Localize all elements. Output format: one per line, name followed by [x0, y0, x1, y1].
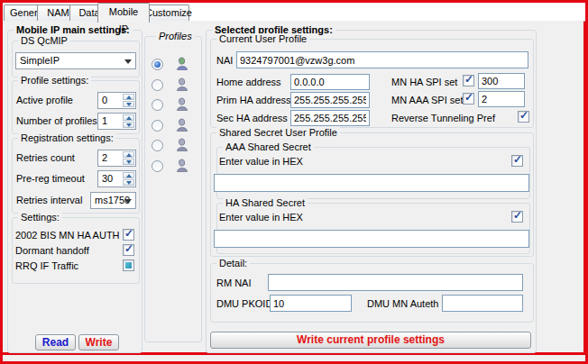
reverse-tunneling-checkbox[interactable]: ✓: [518, 111, 529, 123]
check-icon: ✓: [519, 109, 528, 122]
check-icon: ✓: [464, 73, 473, 86]
profiles-title: Profiles: [156, 31, 195, 42]
active-profile-stepper[interactable]: 0: [97, 92, 136, 109]
profile-radio-2[interactable]: [152, 99, 163, 111]
retries-count-stepper[interactable]: 2: [97, 150, 136, 167]
profile-radio-3[interactable]: [152, 120, 163, 132]
spin-up-icon[interactable]: [123, 114, 134, 121]
sec-ha-address-input[interactable]: [290, 110, 370, 126]
detail-group: Detail: RM NAI DMU PKOID DMU MN Auteth: [210, 263, 534, 323]
dormant-handoff-checkbox[interactable]: ✓: [123, 244, 134, 256]
aaa-shared-secret-group: AAA Shared Secret Enter value in HEX ✓: [216, 147, 530, 199]
rm-nai-input[interactable]: [268, 274, 523, 291]
spin-down-icon[interactable]: [123, 101, 134, 107]
shared-secret-group: Shared Secret User Profile AAA Shared Se…: [210, 132, 534, 257]
ds-qcmip-combobox[interactable]: SimpleIP: [15, 52, 136, 69]
retries-count-label: Retries count: [16, 152, 75, 164]
check-icon: ✓: [513, 153, 522, 166]
current-user-profile-group: Current User Profile NAI Home address MN…: [210, 39, 534, 128]
mobile-ip-main-settings-group: Mobile IP main settings: DS QcMIP Simple…: [7, 30, 142, 353]
read-button[interactable]: Read: [35, 334, 76, 350]
ha-shared-secret-title: HA Shared Secret: [223, 197, 308, 209]
number-of-profiles-value: 1: [102, 115, 107, 126]
check-icon: ✓: [464, 91, 473, 104]
ha-shared-secret-group: HA Shared Secret Enter value in HEX ✓: [216, 203, 530, 254]
pre-reg-timeout-label: Pre-reg timeout: [16, 173, 85, 185]
profile-person-icon[interactable]: [175, 77, 189, 92]
mn-ha-spi-input[interactable]: [478, 73, 525, 89]
tab-mobile-ip[interactable]: Mobile IP: [97, 3, 150, 23]
spin-up-icon[interactable]: [123, 151, 134, 158]
check-icon: ✓: [513, 209, 522, 222]
detail-title: Detail:: [216, 258, 250, 269]
chevron-down-icon: [124, 199, 132, 204]
profile-radio-4[interactable]: [152, 140, 163, 151]
check-icon: ✓: [124, 242, 133, 255]
profiles-group: Profiles: [144, 36, 202, 342]
dmu-pkoid-label: DMU PKOID: [216, 298, 272, 310]
ha-hex-label: Enter value in HEX: [219, 212, 303, 223]
prim-ha-address-label: Prim HA address: [216, 95, 291, 106]
nai-input[interactable]: [236, 51, 528, 68]
spin-up-icon[interactable]: [123, 172, 134, 178]
profile-person-icon[interactable]: [175, 159, 189, 173]
profile-radio-0[interactable]: [152, 59, 163, 70]
rm-nai-label: RM NAI: [216, 278, 252, 289]
home-address-label: Home address: [216, 77, 281, 88]
home-address-input[interactable]: [290, 74, 370, 90]
pre-reg-timeout-stepper[interactable]: 30: [97, 170, 136, 187]
rrq-if-traffic-label: RRQ IF Traffic: [15, 260, 78, 272]
number-of-profiles-stepper[interactable]: 1: [97, 113, 136, 130]
dormant-handoff-label: Dormant handoff: [15, 245, 89, 257]
ha-hex-checkbox[interactable]: ✓: [511, 211, 523, 223]
active-profile-label: Active profile: [16, 95, 73, 106]
active-profile-value: 0: [102, 95, 107, 105]
profile-radio-1[interactable]: [152, 79, 163, 91]
bis-auth-checkbox[interactable]: ✓: [123, 229, 134, 241]
retries-count-value: 2: [102, 152, 107, 163]
rrq-if-traffic-checkbox[interactable]: [123, 259, 134, 271]
write-button[interactable]: Write: [78, 334, 119, 350]
profile-radio-5[interactable]: [152, 160, 163, 172]
current-user-profile-title: Current User Profile: [216, 33, 309, 45]
registration-settings-group: Registration settings: Retries count 2 P…: [12, 138, 140, 214]
write-current-profile-settings-button[interactable]: Write current profile settings: [210, 332, 531, 349]
pre-reg-timeout-value: 30: [102, 173, 113, 184]
sec-ha-address-label: Sec HA address: [216, 113, 288, 124]
number-of-profiles-label: Number of profiles: [16, 115, 97, 127]
mn-aaa-spi-label: MN AAA SPI set: [391, 95, 463, 106]
shared-secret-title: Shared Secret User Profile: [216, 127, 340, 139]
aaa-hex-checkbox[interactable]: ✓: [511, 155, 523, 167]
spin-down-icon[interactable]: [123, 122, 134, 128]
mn-aaa-spi-checkbox[interactable]: ✓: [463, 93, 474, 105]
mobile-ip-page: Mobile IP main settings: DS QcMIP Simple…: [3, 21, 583, 352]
bis-auth-label: 2002 BIS MN HA AUTH: [15, 230, 120, 241]
spin-down-icon[interactable]: [123, 159, 134, 165]
profile-person-icon[interactable]: [175, 57, 189, 71]
aaa-shared-secret-input[interactable]: [214, 174, 529, 192]
dmu-pkoid-input[interactable]: [270, 295, 352, 312]
ha-shared-secret-input[interactable]: [214, 230, 529, 248]
dmu-mn-auteth-label: DMU MN Auteth: [367, 298, 438, 310]
profile-settings-title: Profile settings:: [18, 75, 91, 86]
profile-person-icon[interactable]: [175, 97, 189, 112]
mn-ha-spi-checkbox[interactable]: ✓: [463, 75, 474, 86]
registration-settings-title: Registration settings:: [18, 132, 116, 144]
profile-person-icon[interactable]: [175, 138, 189, 152]
spin-down-icon[interactable]: [123, 179, 134, 186]
mn-aaa-spi-input[interactable]: [478, 91, 525, 107]
ds-qcmip-group: DS QcMIP SimpleIP: [12, 41, 140, 77]
settings-title: Settings:: [18, 212, 62, 223]
dmu-mn-auteth-input[interactable]: [442, 295, 523, 312]
spin-up-icon[interactable]: [123, 94, 134, 100]
profile-person-icon[interactable]: [175, 118, 189, 132]
prim-ha-address-input[interactable]: [290, 92, 370, 108]
check-icon: ✓: [124, 227, 133, 240]
reverse-tunneling-label: Reverse Tunneling Pref: [391, 113, 495, 124]
selected-profile-settings-group: Selected profile settings: Current User …: [206, 30, 537, 353]
aaa-shared-secret-title: AAA Shared Secret: [223, 141, 314, 153]
retries-interval-combobox[interactable]: ms1750: [90, 192, 136, 209]
mn-ha-spi-label: MN HA SPI set: [391, 77, 457, 88]
settings-group: Settings: 2002 BIS MN HA AUTH ✓ Dormant …: [12, 217, 140, 284]
retries-interval-label: Retries interval: [16, 195, 82, 206]
